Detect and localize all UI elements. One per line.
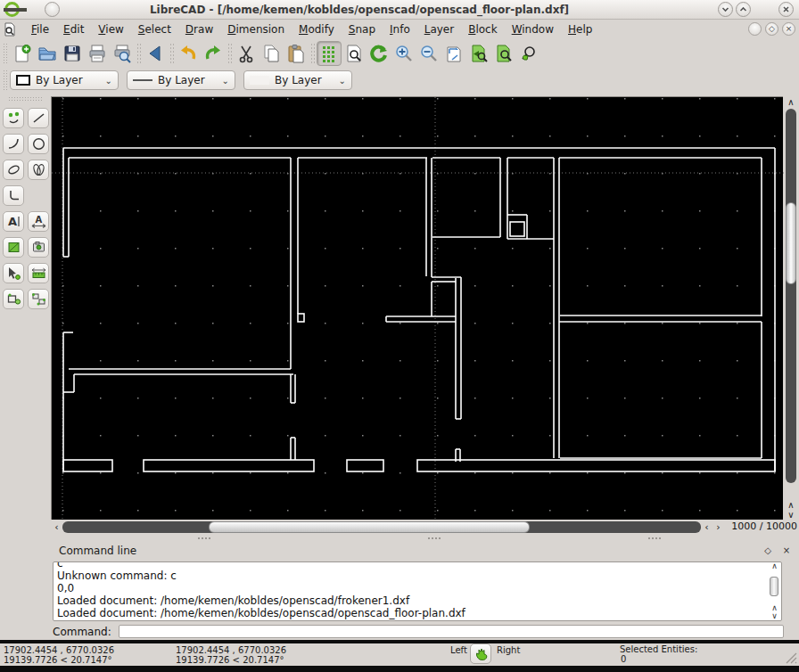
drawing-area[interactable] <box>51 96 783 520</box>
paste-button[interactable] <box>284 41 309 66</box>
zoom-in-button[interactable] <box>391 41 416 66</box>
toolbar-grip[interactable] <box>3 43 7 64</box>
scroll-up-button[interactable]: ∧ <box>783 96 799 110</box>
undo-button[interactable] <box>176 41 201 66</box>
vertical-scroll-track[interactable] <box>786 109 796 483</box>
menu-window[interactable]: Window <box>505 21 561 37</box>
print-button[interactable] <box>85 41 110 66</box>
scroll-left-button[interactable]: ‹ <box>701 521 713 533</box>
svg-text:A: A <box>8 215 17 228</box>
circle-tool-button[interactable] <box>28 134 49 154</box>
redo-button[interactable] <box>201 41 226 66</box>
menu-layer[interactable]: Layer <box>417 21 461 37</box>
block-tool-button[interactable] <box>3 289 24 309</box>
zoom-pan-button[interactable] <box>516 41 541 66</box>
image-tool-button[interactable] <box>28 237 49 258</box>
command-history[interactable]: c Unknown command: c 0,0 Loaded document… <box>53 561 782 621</box>
dimension-tool-button[interactable]: A <box>28 211 49 232</box>
arc-tool-button[interactable] <box>3 134 24 154</box>
window-menu-button[interactable] <box>45 2 60 17</box>
zoom-pan-icon <box>519 44 539 63</box>
line-type-combobox[interactable]: By Layer ⌄ <box>243 70 352 90</box>
close-button[interactable] <box>778 2 794 17</box>
measure-tool-button[interactable] <box>28 263 49 283</box>
horizontal-scroll-thumb[interactable] <box>209 521 530 533</box>
floor-plan-drawing[interactable] <box>52 97 784 520</box>
menu-dimension[interactable]: Dimension <box>220 21 292 37</box>
mdi-minimize-button[interactable] <box>748 22 762 36</box>
hatch-tool-button[interactable] <box>3 237 24 258</box>
scroll-left-button[interactable]: ‹ <box>51 521 62 533</box>
zoom-out-button[interactable] <box>416 41 441 66</box>
grid-toggle-button[interactable] <box>317 41 342 66</box>
menu-select[interactable]: Select <box>131 21 178 37</box>
color-combobox[interactable]: By Layer ⌄ <box>10 70 119 90</box>
zoom-window-button[interactable] <box>342 41 367 66</box>
polyline-tool-button[interactable] <box>3 185 24 206</box>
scroll-down-button[interactable]: ∨ <box>768 612 781 620</box>
panel-close-button[interactable]: × <box>780 545 793 557</box>
scroll-up-button[interactable]: ∧ <box>783 500 799 510</box>
dock-grip-dots <box>427 537 441 540</box>
arc-icon <box>6 136 21 152</box>
select-tool-button[interactable] <box>28 289 49 309</box>
toolbar-grip[interactable] <box>3 70 7 91</box>
pen-toolbar: By Layer ⌄ By Layer ⌄ By Layer ⌄ <box>0 68 799 93</box>
menu-edit[interactable]: Edit <box>56 21 91 37</box>
print-preview-icon <box>112 44 132 63</box>
line-width-combobox[interactable]: By Layer ⌄ <box>127 70 235 90</box>
mouse-hint-button[interactable] <box>470 643 491 664</box>
open-file-button[interactable] <box>35 41 60 66</box>
auto-zoom-button[interactable] <box>441 41 466 66</box>
menu-info[interactable]: Info <box>383 21 417 37</box>
horizontal-scroll-track[interactable] <box>62 521 701 533</box>
ellipse-tool-button[interactable] <box>3 160 24 180</box>
copy-button[interactable] <box>259 41 284 66</box>
resize-grip[interactable] <box>786 652 797 664</box>
redraw-button[interactable] <box>367 41 391 66</box>
menu-help[interactable]: Help <box>561 21 599 37</box>
vertical-scrollbar[interactable]: ∧ ∧ ∨ <box>783 96 799 520</box>
scroll-up-button[interactable]: ∧ <box>768 562 781 570</box>
vertical-scroll-thumb[interactable] <box>786 202 796 284</box>
line-width-combobox-value: By Layer <box>158 74 222 86</box>
measure-icon <box>31 266 46 281</box>
scroll-down-button[interactable]: ∨ <box>783 510 799 520</box>
command-scroll-thumb[interactable] <box>770 577 778 596</box>
command-panel-title: Command line <box>59 545 762 557</box>
menu-modify[interactable]: Modify <box>292 21 342 37</box>
image-icon <box>31 240 46 255</box>
absolute-coordinates-xy: 17902.4454 , 6770.0326 <box>4 645 114 655</box>
print-preview-button[interactable] <box>110 41 135 66</box>
toolbar-separator <box>169 43 174 64</box>
menu-view[interactable]: View <box>91 21 130 37</box>
new-file-button[interactable] <box>10 41 35 66</box>
mdi-close-button[interactable]: × <box>782 22 795 36</box>
panel-float-button[interactable]: ◇ <box>762 545 774 557</box>
save-file-button[interactable] <box>60 41 85 66</box>
menu-snap[interactable]: Snap <box>342 21 383 37</box>
zoom-selected-button[interactable] <box>491 41 516 66</box>
horizontal-scrollbar[interactable]: ‹ ‹ › <box>51 520 724 535</box>
text-tool-button[interactable]: A <box>3 211 24 232</box>
toolbar-grip[interactable] <box>8 96 44 101</box>
command-input[interactable] <box>119 625 784 638</box>
command-history-scrollbar[interactable]: ∧ ∧ ∨ <box>768 562 781 620</box>
close-icon <box>782 5 790 13</box>
maximize-button[interactable] <box>736 2 751 17</box>
previous-view-button[interactable] <box>466 41 491 66</box>
menu-file[interactable]: File <box>24 21 56 37</box>
menu-draw[interactable]: Draw <box>178 21 220 37</box>
menu-block[interactable]: Block <box>461 21 504 37</box>
spline-tool-button[interactable] <box>28 160 49 180</box>
menu-bar: File Edit View Select Draw Dimension Mod… <box>0 20 799 39</box>
cut-button[interactable] <box>234 41 259 66</box>
block-icon <box>6 291 21 307</box>
points-tool-button[interactable] <box>3 108 24 128</box>
line-tool-button[interactable] <box>28 108 49 128</box>
minimize-button[interactable] <box>718 2 733 17</box>
modify-tool-button[interactable] <box>3 263 24 283</box>
mdi-restore-button[interactable]: ◇ <box>765 22 778 36</box>
scroll-right-button[interactable]: › <box>713 521 724 533</box>
back-button[interactable] <box>143 41 168 66</box>
